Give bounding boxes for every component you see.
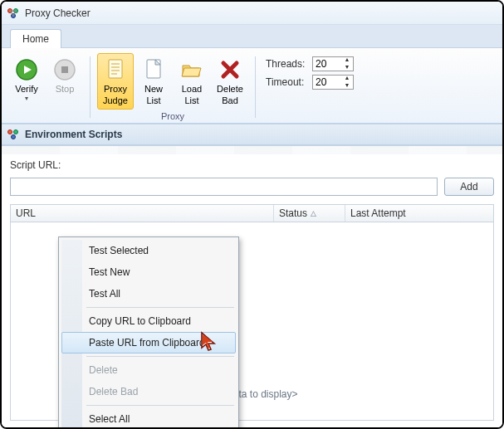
verify-button[interactable]: Verify ▾ — [8, 53, 45, 106]
timeout-label: Timeout: — [266, 76, 309, 88]
dropdown-arrow-icon: ▾ — [25, 95, 28, 102]
svg-rect-6 — [61, 66, 68, 73]
load-list-label2: List — [184, 95, 198, 105]
group-label-proxy: Proxy — [161, 111, 184, 121]
spin-down-icon[interactable]: ▼ — [341, 82, 353, 90]
document-icon — [103, 57, 128, 82]
menu-select-all[interactable]: Select All — [61, 408, 236, 429]
ribbon: Verify ▾ Stop Proxy — [2, 48, 502, 124]
threads-label: Threads: — [266, 58, 309, 70]
tab-home[interactable]: Home — [10, 29, 61, 48]
ribbon-separator-2 — [255, 56, 256, 118]
menu-delete[interactable]: Delete — [61, 359, 236, 381]
menu-copy-url[interactable]: Copy URL to Clipboard — [61, 310, 236, 332]
window-title: Proxy Checker — [25, 7, 91, 19]
svg-rect-7 — [109, 60, 122, 78]
threads-spinner[interactable]: ▲▼ — [312, 56, 354, 71]
svg-point-14 — [8, 130, 12, 134]
app-icon — [7, 7, 20, 20]
sort-asc-icon: △ — [311, 209, 316, 217]
delete-x-icon — [218, 57, 242, 82]
ribbon-spinners: Threads: ▲▼ Timeout: ▲▼ — [262, 53, 357, 121]
threads-input[interactable] — [313, 58, 341, 70]
menu-separator — [86, 356, 234, 357]
delete-bad-label2: Bad — [222, 95, 238, 105]
delete-bad-label1: Delete — [217, 84, 243, 94]
verify-label: Verify — [15, 84, 38, 94]
menu-separator — [86, 307, 234, 308]
load-list-button[interactable]: Load List — [174, 53, 210, 110]
menu-delete-bad[interactable]: Delete Bad — [61, 381, 236, 402]
menu-test-new[interactable]: Test New — [61, 261, 236, 283]
svg-point-15 — [14, 130, 18, 134]
folder-open-icon — [179, 57, 204, 82]
proxy-judge-label2: Judge — [103, 95, 128, 105]
new-list-label1: New — [144, 84, 163, 94]
spin-up-icon[interactable]: ▲ — [341, 75, 353, 82]
stop-button[interactable]: Stop — [46, 53, 83, 106]
proxy-judge-button[interactable]: Proxy Judge — [97, 53, 134, 110]
subpanel-title: Environment Scripts — [25, 129, 122, 140]
play-icon — [14, 57, 39, 82]
grid-header: URL Status△ Last Attempt — [10, 204, 494, 222]
column-last-attempt[interactable]: Last Attempt — [345, 205, 493, 222]
ribbon-separator — [90, 56, 91, 118]
delete-bad-button[interactable]: Delete Bad — [212, 53, 248, 110]
menu-paste-url[interactable]: Paste URL from Clipboard — [61, 332, 236, 353]
menu-test-all[interactable]: Test All — [61, 283, 236, 305]
timeout-spinner[interactable]: ▲▼ — [312, 75, 354, 90]
proxy-judge-label1: Proxy — [104, 84, 127, 94]
menu-test-selected[interactable]: Test Selected — [61, 240, 236, 261]
titlebar: Proxy Checker — [2, 2, 502, 25]
new-list-label2: List — [146, 95, 160, 105]
timeout-input[interactable] — [313, 76, 341, 88]
ribbon-group-proxy: Proxy Judge New List Load List — [97, 53, 248, 121]
scripts-icon — [7, 128, 20, 141]
column-url[interactable]: URL — [11, 205, 274, 222]
add-button[interactable]: Add — [444, 178, 494, 196]
stop-icon — [52, 57, 77, 82]
column-status[interactable]: Status△ — [274, 205, 345, 222]
spin-down-icon[interactable]: ▼ — [341, 64, 353, 71]
load-list-label1: Load — [182, 84, 202, 94]
spin-up-icon[interactable]: ▲ — [341, 56, 353, 64]
subpanel-header: Environment Scripts — [2, 124, 502, 145]
faded-table-header — [2, 146, 502, 154]
new-list-button[interactable]: New List — [135, 53, 172, 110]
new-file-icon — [141, 57, 166, 82]
menu-separator — [86, 405, 234, 406]
svg-point-16 — [12, 135, 16, 139]
context-menu: Test Selected Test New Test All Copy URL… — [58, 236, 239, 429]
script-url-label: Script URL: — [10, 159, 61, 171]
tab-strip: Home — [2, 25, 502, 48]
script-url-input[interactable] — [10, 178, 438, 196]
stop-label: Stop — [56, 84, 75, 94]
ribbon-group-actions: Verify ▾ Stop — [8, 53, 83, 121]
group-label-empty — [44, 108, 46, 118]
